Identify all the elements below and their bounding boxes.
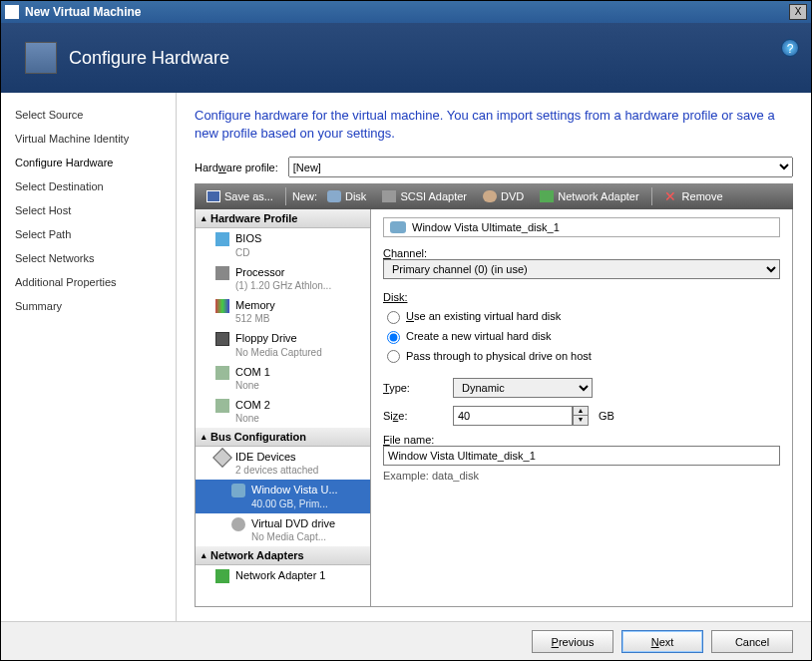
sidebar-item-summary[interactable]: Summary — [1, 294, 176, 318]
com-port-icon — [215, 399, 229, 413]
radio-new[interactable]: Create a new virtual hard disk — [383, 327, 780, 347]
hardware-profile-label: Hardware profile: — [195, 162, 278, 173]
header-banner: Configure Hardware ? — [1, 23, 811, 93]
page-title: Configure Hardware — [69, 48, 229, 69]
disk-icon — [231, 484, 245, 497]
scsi-icon — [382, 190, 396, 202]
network-adapter-icon — [215, 569, 229, 583]
tree-item-virtual-dvd[interactable]: Virtual DVD driveNo Media Capt... — [196, 513, 370, 546]
size-label: Size: — [383, 410, 443, 422]
new-network-button[interactable]: Network Adapter — [534, 188, 644, 204]
collapse-icon: ▴ — [202, 550, 206, 560]
filename-example: Example: data_disk — [383, 470, 780, 482]
radio-existing[interactable]: Use an existing virtual hard disk — [383, 307, 780, 327]
sidebar-item-select-path[interactable]: Select Path — [1, 222, 176, 246]
next-button[interactable]: Next — [621, 630, 703, 653]
disk-icon — [327, 190, 341, 202]
detail-disk-name: Window Vista Ultimate_disk_1 — [412, 221, 560, 233]
previous-button[interactable]: Previous — [532, 630, 613, 653]
size-stepper: ▲ ▼ — [453, 406, 589, 426]
tree-item-ide[interactable]: IDE Devices2 devices attached — [196, 447, 370, 480]
hardware-detail-panel: Window Vista Ultimate_disk_1 Channel: Pr… — [371, 209, 792, 606]
disk-section: Disk: Use an existing virtual hard disk … — [383, 291, 780, 366]
network-icon — [540, 190, 554, 202]
com-port-icon — [215, 366, 229, 380]
new-label: New: — [292, 190, 317, 202]
app-icon — [5, 5, 19, 19]
new-scsi-button[interactable]: SCSI Adapter — [376, 188, 473, 204]
close-button[interactable]: X — [789, 4, 807, 20]
size-row: Size: ▲ ▼ GB — [383, 406, 780, 426]
hardware-icon — [25, 42, 57, 74]
tree-item-network-adapter-1[interactable]: Network Adapter 1 — [196, 565, 370, 586]
tree-item-com1[interactable]: COM 1None — [196, 362, 370, 395]
sidebar-item-configure-hardware[interactable]: Configure Hardware — [1, 151, 176, 174]
tree-header-hw-profile[interactable]: ▴Hardware Profile — [196, 209, 370, 228]
type-select[interactable]: Dynamic — [453, 378, 593, 398]
hardware-tree[interactable]: ▴Hardware Profile BIOSCD Processor(1) 1.… — [196, 209, 371, 606]
hardware-profile-select[interactable]: [New] — [288, 157, 793, 177]
dvd-drive-icon — [231, 517, 245, 531]
sidebar-item-vm-identity[interactable]: Virtual Machine Identity — [1, 127, 176, 151]
tree-item-bios[interactable]: BIOSCD — [196, 228, 370, 261]
wizard-sidebar: Select Source Virtual Machine Identity C… — [1, 93, 177, 621]
sidebar-item-select-destination[interactable]: Select Destination — [1, 174, 176, 198]
sidebar-item-select-host[interactable]: Select Host — [1, 198, 176, 222]
channel-select[interactable]: Primary channel (0) (in use) — [383, 259, 780, 279]
ide-icon — [212, 448, 232, 468]
dvd-icon — [483, 190, 497, 202]
help-icon[interactable]: ? — [781, 39, 799, 57]
new-disk-button[interactable]: Disk — [321, 188, 372, 204]
remove-icon: ✕ — [664, 190, 678, 202]
sidebar-item-select-source[interactable]: Select Source — [1, 103, 176, 127]
cpu-icon — [215, 266, 229, 280]
disk-radio-group: Use an existing virtual hard disk Create… — [383, 307, 780, 366]
disk-icon — [390, 221, 406, 233]
description-text: Configure hardware for the virtual machi… — [195, 107, 793, 143]
size-stepper-buttons: ▲ ▼ — [573, 406, 589, 426]
filename-input[interactable] — [383, 446, 780, 466]
sidebar-item-select-networks[interactable]: Select Networks — [1, 246, 176, 270]
content-area: Configure hardware for the virtual machi… — [177, 93, 811, 621]
floppy-icon — [215, 332, 229, 346]
window-title: New Virtual Machine — [25, 5, 789, 19]
toolbar-separator-2 — [651, 187, 652, 205]
type-row: Type: Dynamic — [383, 378, 780, 398]
tree-item-com2[interactable]: COM 2None — [196, 395, 370, 428]
tree-header-network[interactable]: ▴Network Adapters — [196, 546, 370, 565]
new-dvd-button[interactable]: DVD — [477, 188, 530, 204]
save-icon — [206, 190, 220, 202]
detail-disk-header: Window Vista Ultimate_disk_1 — [383, 217, 780, 237]
sidebar-item-additional-properties[interactable]: Additional Properties — [1, 270, 176, 294]
cancel-button[interactable]: Cancel — [711, 630, 793, 653]
disk-section-label: Disk: — [383, 291, 407, 303]
wizard-footer: Previous Next Cancel — [1, 621, 811, 661]
tree-item-processor[interactable]: Processor(1) 1.20 GHz Athlon... — [196, 262, 370, 295]
channel-label: Channel: — [383, 247, 427, 259]
remove-button[interactable]: ✕Remove — [658, 188, 729, 204]
channel-section: Channel: Primary channel (0) (in use) — [383, 247, 780, 279]
radio-passthrough[interactable]: Pass through to physical drive on host — [383, 347, 780, 367]
stepper-down[interactable]: ▼ — [574, 416, 588, 425]
collapse-icon: ▴ — [202, 213, 206, 223]
tree-item-floppy[interactable]: Floppy DriveNo Media Captured — [196, 328, 370, 361]
filename-section: File name: Example: data_disk — [383, 434, 780, 482]
size-unit: GB — [599, 410, 614, 422]
save-as-button[interactable]: Save as... — [201, 188, 279, 204]
main-area: Select Source Virtual Machine Identity C… — [1, 93, 811, 621]
filename-label: File name: — [383, 434, 434, 446]
toolbar-separator — [285, 187, 286, 205]
size-input[interactable] — [453, 406, 573, 426]
titlebar: New Virtual Machine X — [1, 1, 811, 23]
hardware-body: ▴Hardware Profile BIOSCD Processor(1) 1.… — [195, 209, 793, 607]
tree-item-memory[interactable]: Memory512 MB — [196, 295, 370, 328]
stepper-up[interactable]: ▲ — [574, 407, 588, 416]
tree-item-vhd[interactable]: Window Vista U...40.00 GB, Prim... — [196, 480, 370, 512]
hardware-toolbar: Save as... New: Disk SCSI Adapter DVD Ne… — [195, 183, 793, 209]
hardware-profile-row: Hardware profile: [New] — [195, 157, 793, 177]
tree-header-bus[interactable]: ▴Bus Configuration — [196, 428, 370, 447]
bios-icon — [215, 232, 229, 246]
type-label: Type: — [383, 382, 443, 394]
collapse-icon: ▴ — [202, 432, 206, 442]
memory-icon — [215, 299, 229, 313]
